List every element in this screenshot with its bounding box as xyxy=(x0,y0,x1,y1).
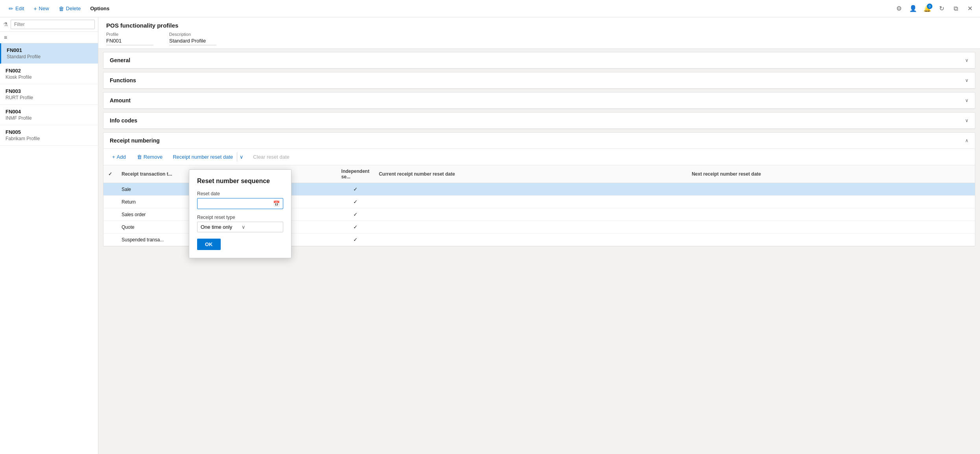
dialog-footer: OK xyxy=(197,239,283,250)
select-arrow-icon: ∨ xyxy=(242,224,280,230)
reset-date-label: Reset date xyxy=(197,191,283,196)
receipt-reset-type-select[interactable]: One time only ∨ xyxy=(197,222,283,232)
calendar-icon[interactable]: 📅 xyxy=(270,198,283,209)
receipt-reset-type-field: Receipt reset type One time only ∨ xyxy=(197,215,283,232)
receipt-reset-type-label: Receipt reset type xyxy=(197,215,283,220)
reset-date-input-wrap: 📅 xyxy=(197,198,283,209)
reset-date-field: Reset date 📅 xyxy=(197,191,283,209)
ok-button[interactable]: OK xyxy=(197,239,221,250)
reset-number-sequence-dialog: Reset number sequence Reset date 📅 Recei… xyxy=(189,169,292,258)
reset-date-input[interactable] xyxy=(197,199,270,209)
receipt-reset-type-value: One time only xyxy=(201,224,239,230)
dialog-title: Reset number sequence xyxy=(197,178,283,185)
dialog-overlay: Reset number sequence Reset date 📅 Recei… xyxy=(0,0,980,454)
